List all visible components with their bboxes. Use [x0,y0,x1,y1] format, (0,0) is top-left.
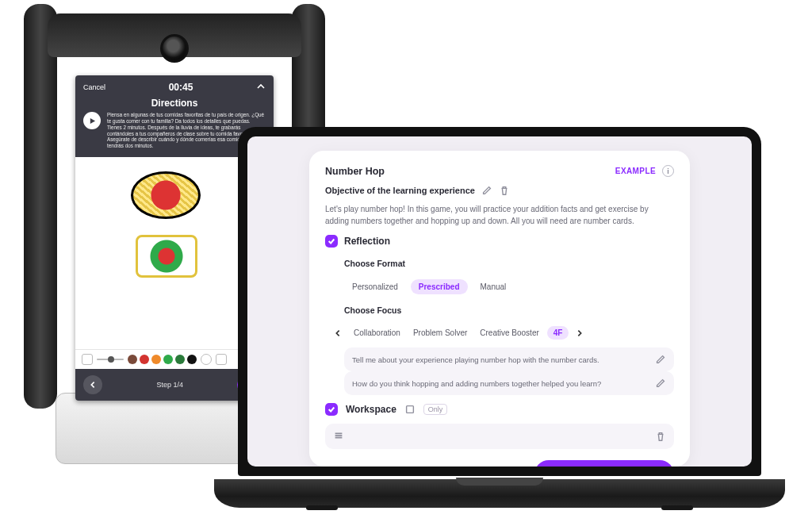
laptop-foot-right [661,505,693,510]
delete-objective-icon[interactable] [499,185,510,196]
shape-tool-icon[interactable] [201,354,212,365]
format-option[interactable]: Prescribed [411,279,468,294]
laptop-screen: Number Hop EXAMPLE i Objective of the le… [247,136,752,466]
reflection-heading: Reflection [344,236,390,247]
cancel-button[interactable]: Cancel [83,83,105,91]
color-swatch[interactable] [128,355,137,364]
drawing-spaghetti [131,171,201,219]
choose-format-label: Choose Format [344,259,674,268]
lesson-card: Number Hop EXAMPLE i Objective of the le… [309,151,690,466]
edit-objective-icon[interactable] [481,185,492,196]
edit-prompt-icon[interactable] [655,354,666,365]
back-button[interactable] [83,375,102,394]
focus-option[interactable]: Problem Solver [408,326,472,340]
workspace-heading: Workspace [346,404,396,415]
workspace-toolbar [325,424,674,449]
focus-next-button[interactable] [573,327,586,340]
prompt-text: Tell me about your experience playing nu… [352,355,599,364]
color-palette [128,355,197,364]
directions-heading: Directions [83,98,266,109]
objective-label: Objective of the learning experience [325,186,475,195]
workspace-settings-icon[interactable] [404,404,416,415]
lesson-title: Number Hop [325,166,385,177]
color-swatch[interactable] [140,355,149,364]
step-indicator: Step 1/4 [109,381,231,389]
workspace-only-chip[interactable]: Only [423,404,448,415]
reflection-prompt: How do you think hopping and adding numb… [344,371,674,395]
workspace-delete-icon[interactable] [655,431,666,442]
drawing-sandwich [136,235,197,278]
color-swatch[interactable] [163,355,173,364]
brush-size-slider[interactable] [97,359,124,360]
laptop-device: Number Hop EXAMPLE i Objective of the le… [214,127,785,508]
reflection-checkbox[interactable] [325,235,338,248]
format-option[interactable]: Manual [473,279,515,294]
edit-prompt-icon[interactable] [655,378,666,389]
color-swatch[interactable] [175,355,185,364]
laptop-bezel: Number Hop EXAMPLE i Objective of the le… [238,127,761,476]
play-audio-button[interactable] [83,112,101,129]
laptop-foot-left [306,505,338,510]
svg-rect-1 [406,406,413,413]
info-icon[interactable]: i [662,165,674,177]
focus-scroller: CollaborationProblem SolverCreative Boos… [331,326,674,340]
objective-description: Let's play number hop! In this game, you… [325,204,674,227]
focus-option[interactable]: Collaboration [349,326,405,340]
tablet-stand-arm-left [24,3,57,409]
example-link[interactable]: EXAMPLE [615,167,656,175]
focus-option[interactable]: 4F [547,326,569,340]
tablet-camera [160,34,189,63]
prompt-text: How do you think hopping and adding numb… [352,379,601,388]
focus-option[interactable]: Creative Booster [475,326,543,340]
reflection-prompt: Tell me about your experience playing nu… [344,347,674,371]
workspace-checkbox[interactable] [325,403,338,416]
format-options: PersonalizedPrescribedManual [344,279,674,294]
laptop-trackpad-notch [456,478,543,486]
format-option[interactable]: Personalized [344,279,406,294]
svg-marker-0 [90,117,94,123]
pencil-tool-icon[interactable] [82,354,93,365]
color-swatch[interactable] [187,355,197,364]
color-swatch[interactable] [151,355,161,364]
expand-icon[interactable] [256,82,266,93]
timer-display: 00:45 [169,82,193,93]
workspace-menu-icon[interactable] [333,430,344,443]
focus-prev-button[interactable] [331,327,344,340]
return-to-dashboard-button[interactable]: Return to Dashboard [534,460,674,466]
choose-focus-label: Choose Focus [344,305,674,315]
